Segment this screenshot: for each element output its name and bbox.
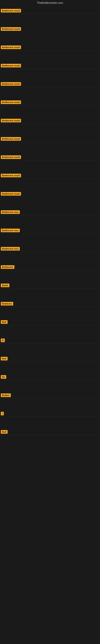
list-item: Bottleneck result <box>0 8 100 14</box>
bottleneck-result-badge[interactable]: Bottleneck result <box>1 82 21 86</box>
list-item: Bottleneck result <box>0 26 100 32</box>
list-item: Bottleneck resu <box>0 209 100 215</box>
bottleneck-result-badge[interactable]: Bottle <box>1 284 9 287</box>
list-item: Bottleneck result <box>0 172 100 179</box>
bottleneck-result-badge[interactable]: Bottleneck result <box>1 174 21 177</box>
bottleneck-result-badge[interactable]: Bottleneck result <box>1 192 21 196</box>
bottleneck-result-badge[interactable]: Bottleneck result <box>1 119 21 122</box>
list-item: Bottleneck result <box>0 99 100 106</box>
list-item: Bottleneck <box>0 264 100 270</box>
bottleneck-result-badge[interactable]: Bottleneck result <box>1 46 21 49</box>
list-item: Bottleneck result <box>0 81 100 87</box>
list-item: Bottleneck result <box>0 154 100 160</box>
list-item: Bottleneck result <box>0 136 100 142</box>
bottleneck-result-badge[interactable]: B <box>1 338 5 342</box>
bottleneck-result-badge[interactable]: Bottleneck result <box>1 100 21 104</box>
list-item: Bottleneck result <box>0 118 100 124</box>
bottleneck-result-badge[interactable]: Bott <box>1 430 8 434</box>
list-item: Bott <box>0 319 100 325</box>
list-item: Bottleneck result <box>0 62 100 69</box>
bottleneck-result-badge[interactable]: Bottleneck result <box>1 155 21 159</box>
bottleneck-result-badge[interactable]: Bottleneck resu <box>1 210 20 214</box>
list-item: Bottleneck resu <box>0 228 100 234</box>
list-item: Bott <box>0 356 100 362</box>
list-item: Bottle <box>0 282 100 288</box>
bottleneck-result-badge[interactable]: Bottleneck <box>1 265 14 269</box>
list-item: Bottlenec <box>0 301 100 307</box>
bottleneck-result-badge[interactable]: | <box>1 412 4 416</box>
list-item: Bottleneck result <box>0 44 100 50</box>
list-item: Bottlen <box>0 392 100 398</box>
bottleneck-result-badge[interactable]: Bottleneck result <box>1 9 21 12</box>
bottleneck-result-badge[interactable]: Bottleneck result <box>1 137 21 141</box>
list-item: Bo <box>0 374 100 380</box>
bottleneck-result-badge[interactable]: Bottleneck resu <box>1 247 20 250</box>
bottleneck-result-badge[interactable]: Bottlen <box>1 394 11 397</box>
list-item: Bottleneck resu <box>0 246 100 252</box>
bottleneck-result-badge[interactable]: Bott <box>1 320 8 324</box>
bottleneck-result-badge[interactable]: Bott <box>1 357 8 360</box>
site-title: TheBottlenecker.com <box>0 0 100 6</box>
list-item: Bottleneck result <box>0 191 100 197</box>
bottleneck-result-badge[interactable]: Bo <box>1 375 6 379</box>
list-item: B <box>0 337 100 344</box>
bottleneck-result-badge[interactable]: Bottleneck resu <box>1 228 20 232</box>
bottleneck-result-badge[interactable]: Bottleneck result <box>1 27 21 31</box>
bottleneck-result-badge[interactable]: Bottleneck result <box>1 64 21 68</box>
bottleneck-result-badge[interactable]: Bottlenec <box>1 302 13 306</box>
list-item: | <box>0 410 100 417</box>
list-item: Bott <box>0 429 100 435</box>
